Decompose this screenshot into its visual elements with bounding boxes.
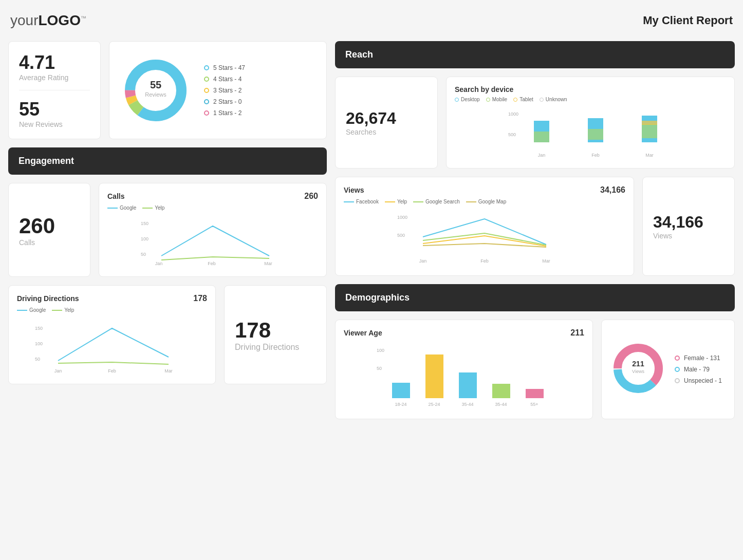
directions-legend-google: Google (17, 307, 46, 313)
device-legend-tablet: Tablet (513, 97, 533, 102)
svg-text:Jan: Jan (538, 153, 546, 158)
legend-dot-1stars (204, 110, 209, 116)
views-title-row: Views 34,166 (344, 185, 625, 195)
svg-text:50: 50 (141, 252, 146, 257)
average-rating-value: 4.71 Average Rating (19, 52, 90, 82)
svg-text:55+: 55+ (530, 402, 538, 407)
top-row: 4.71 Average Rating 55 New Reviews (8, 41, 327, 139)
main-grid: 4.71 Average Rating 55 New Reviews (8, 41, 735, 419)
legend-5stars: 5 Stars - 47 (204, 64, 245, 71)
svg-rect-40 (459, 372, 477, 398)
svg-text:Views: Views (632, 369, 644, 374)
svg-text:Reviews: Reviews (145, 91, 166, 98)
gender-donut: 211 Views (610, 340, 666, 399)
age-chart-card: Viewer Age 211 100 50 18-24 25-24 (335, 320, 593, 419)
svg-text:1000: 1000 (508, 111, 518, 117)
calls-google-line (107, 208, 118, 209)
left-column: 4.71 Average Rating 55 New Reviews (8, 41, 327, 419)
device-unknown-dot (540, 98, 544, 102)
svg-text:Mar: Mar (264, 261, 272, 266)
gender-legend: Female - 131 Male - 79 Unspecied - 1 (675, 354, 722, 384)
views-legend-gmap: Google Map (466, 199, 506, 204)
svg-text:500: 500 (508, 132, 516, 137)
directions-number: 178 (235, 318, 271, 343)
legend-dot-4stars (204, 77, 209, 82)
calls-legend-google: Google (107, 205, 136, 211)
svg-text:50: 50 (35, 357, 40, 362)
directions-google-line (17, 310, 27, 311)
svg-text:150: 150 (141, 221, 148, 226)
age-chart-total: 211 (570, 328, 584, 338)
age-chart-svg: 100 50 18-24 25-24 35-44 35-44 55+ (344, 342, 584, 408)
legend-dot-3stars (204, 88, 209, 93)
calls-number-card: 260 Calls (8, 183, 90, 277)
views-legend-yelp: Yelp (385, 199, 407, 204)
header: yourLOGO™ My Client Report (8, 8, 735, 33)
logo: yourLOGO™ (10, 12, 86, 29)
calls-yelp-line (142, 208, 153, 209)
searches-card: 26,674 Searches (335, 77, 438, 169)
donut-card: 55 Reviews 5 Stars - 47 4 Stars - 4 (109, 41, 327, 139)
legend-dot-male (675, 367, 680, 372)
calls-chart-total: 260 (304, 192, 318, 201)
calls-chart-svg: 150 100 50 Jan Feb Mar (107, 215, 318, 266)
svg-text:35-44: 35-44 (495, 402, 507, 407)
legend-female: Female - 131 (675, 354, 722, 362)
svg-text:Feb: Feb (108, 368, 116, 374)
svg-rect-39 (425, 354, 443, 398)
views-chart-svg: 1000 500 Jan Feb Mar (344, 209, 625, 265)
directions-chart-total: 178 (193, 294, 207, 303)
average-rating-number: 4.71 (19, 52, 90, 73)
svg-rect-26 (642, 124, 657, 138)
searches-label: Searches (346, 128, 427, 136)
legend-3stars: 3 Stars - 2 (204, 87, 245, 94)
legend-dot-2stars (204, 99, 209, 104)
directions-yelp-line (52, 310, 62, 311)
calls-chart-title-row: Calls 260 (107, 192, 318, 201)
device-chart-title: Search by device (455, 85, 726, 94)
svg-rect-38 (392, 383, 410, 398)
legend-dot-female (675, 356, 680, 361)
legend-dot-5stars (204, 65, 209, 70)
device-desktop-dot (455, 98, 459, 102)
logo-bold: LOGO (38, 12, 80, 28)
new-reviews-value: 55 New Reviews (19, 99, 90, 128)
demographics-header: Demographics (335, 284, 735, 311)
directions-chart-card: Driving Directions 178 Google Yelp 150 1 (8, 285, 216, 384)
directions-chart-svg: 150 100 50 Jan Feb Mar (17, 317, 207, 374)
svg-rect-24 (588, 129, 603, 140)
device-legend-unknown: Unknown (540, 97, 567, 102)
svg-rect-27 (642, 121, 657, 125)
device-legend-desktop: Desktop (455, 97, 480, 102)
device-chart-card: Search by device Desktop Mobile Tablet (446, 77, 735, 169)
calls-chart-legend: Google Yelp (107, 205, 318, 211)
engagement-row: 260 Calls Calls 260 Google Yelp (8, 183, 327, 277)
views-number: 34,166 (653, 213, 724, 232)
calls-legend-yelp: Yelp (142, 205, 164, 211)
right-column: Reach 26,674 Searches Search by device D… (335, 41, 735, 419)
report-title: My Client Report (643, 14, 733, 27)
svg-text:Mar: Mar (542, 258, 550, 264)
reach-header: Reach (335, 41, 735, 68)
legend-male: Male - 79 (675, 366, 722, 373)
engagement-header: Engagement (8, 147, 327, 175)
reach-row: 26,674 Searches Search by device Desktop… (335, 77, 735, 169)
device-legend-mobile: Mobile (486, 97, 507, 102)
directions-chart-title: Driving Directions (17, 294, 79, 303)
svg-rect-41 (492, 384, 510, 398)
svg-text:35-44: 35-44 (461, 402, 473, 407)
svg-text:55: 55 (150, 79, 161, 90)
age-chart-title: Viewer Age (344, 329, 382, 337)
views-chart-total: 34,166 (600, 185, 625, 195)
device-chart-legend: Desktop Mobile Tablet Unknown (455, 97, 726, 102)
calls-chart-title: Calls (107, 192, 124, 200)
views-legend-facebook: Facebook (344, 199, 379, 204)
logo-text: your (10, 12, 38, 28)
svg-text:500: 500 (397, 233, 405, 238)
device-mobile-dot (486, 98, 490, 102)
svg-text:Feb: Feb (208, 261, 216, 266)
new-reviews-label: New Reviews (19, 120, 90, 128)
directions-row: Driving Directions 178 Google Yelp 150 1 (8, 285, 327, 384)
views-label: Views (653, 232, 724, 240)
svg-text:Jan: Jan (419, 258, 427, 264)
